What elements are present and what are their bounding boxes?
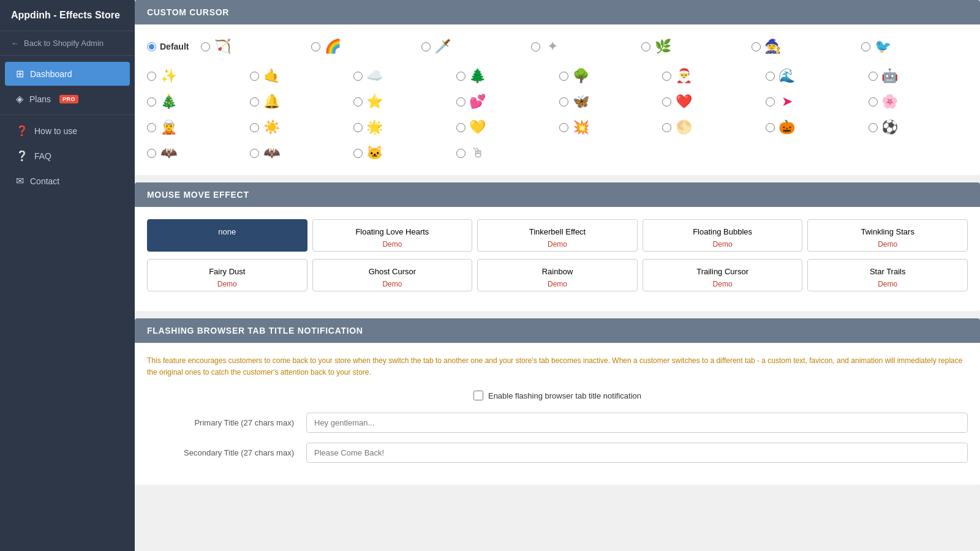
cursor-option[interactable]: ☁️ (353, 66, 453, 86)
cursor-radio[interactable] (250, 123, 259, 132)
cursor-radio[interactable] (456, 72, 466, 81)
sidebar-item-contact[interactable]: ✉ Contact (5, 169, 130, 193)
cursor-radio[interactable] (641, 42, 650, 51)
cursor-radio[interactable] (559, 123, 568, 132)
cursor-radio[interactable] (752, 42, 761, 51)
cursor-option[interactable]: 🌿 (641, 37, 748, 56)
cursor-radio[interactable] (869, 72, 878, 81)
cursor-radio[interactable] (662, 97, 671, 107)
cursor-radio[interactable] (353, 149, 363, 158)
effect-trailing-cursor-demo[interactable]: Demo (648, 280, 797, 288)
cursor-option[interactable]: 🧙 (752, 37, 858, 56)
cursor-radio[interactable] (250, 72, 259, 81)
cursor-radio[interactable] (421, 42, 431, 51)
cursor-option[interactable]: 🦋 (559, 92, 658, 111)
cursor-option[interactable]: ☀️ (250, 118, 349, 137)
cursor-radio[interactable] (456, 97, 466, 107)
sidebar-item-dashboard[interactable]: ⊞ Dashboard (5, 62, 130, 86)
cursor-option[interactable]: 🤖 (869, 66, 968, 86)
cursor-option[interactable]: 💥 (559, 118, 658, 137)
cursor-option[interactable]: 🌈 (311, 37, 418, 56)
effect-floating-love-hearts-demo[interactable]: Demo (318, 240, 467, 249)
cursor-option[interactable]: 🌕 (662, 118, 761, 137)
effect-ghost-cursor-demo[interactable]: Demo (318, 280, 467, 288)
cursor-option[interactable]: 🌲 (456, 66, 556, 86)
cursor-option[interactable]: ⭐ (353, 92, 453, 111)
cursor-option[interactable]: ❤️ (662, 92, 761, 111)
cursor-default-radio[interactable] (147, 42, 156, 51)
effect-tinkerbell-demo[interactable]: Demo (483, 240, 632, 249)
cursor-option[interactable]: 🖱 (456, 143, 556, 163)
cursor-radio[interactable] (311, 42, 320, 51)
flash-enable-label[interactable]: Enable flashing browser tab title notifi… (488, 391, 641, 400)
cursor-radio[interactable] (559, 72, 568, 81)
cursor-radio[interactable] (147, 149, 156, 158)
cursor-option[interactable]: 🧝 (147, 118, 246, 137)
effect-floating-love-hearts-button[interactable]: Floating Love Hearts Demo (312, 219, 473, 252)
effect-tinkerbell-button[interactable]: Tinkerbell Effect Demo (477, 219, 638, 252)
cursor-radio[interactable] (201, 42, 210, 51)
cursor-option[interactable]: 🗡️ (421, 37, 528, 56)
sidebar-item-faq[interactable]: ❔ FAQ (5, 144, 130, 168)
cursor-option[interactable]: 🎃 (766, 118, 865, 137)
cursor-radio[interactable] (861, 42, 870, 51)
secondary-title-input[interactable] (306, 443, 968, 463)
cursor-default-option[interactable]: Default (147, 42, 189, 51)
cursor-option[interactable]: 🎅 (662, 66, 761, 86)
cursor-option[interactable]: 🤙 (250, 66, 349, 86)
cursor-radio[interactable] (766, 123, 775, 132)
cursor-radio[interactable] (456, 149, 466, 158)
cursor-radio[interactable] (869, 123, 878, 132)
effect-none-button[interactable]: none (147, 219, 307, 252)
cursor-option[interactable]: 🌳 (559, 66, 658, 86)
effect-twinkling-stars-demo[interactable]: Demo (813, 240, 962, 249)
effect-ghost-cursor-button[interactable]: Ghost Cursor Demo (312, 259, 473, 291)
cursor-radio[interactable] (147, 72, 156, 81)
cursor-option[interactable]: 💛 (456, 118, 556, 137)
cursor-option[interactable]: 💕 (456, 92, 556, 111)
cursor-radio[interactable] (353, 123, 363, 132)
cursor-radio[interactable] (531, 42, 540, 51)
cursor-option[interactable]: 🏹 (201, 37, 307, 56)
cursor-radio[interactable] (766, 72, 775, 81)
effect-floating-bubbles-button[interactable]: Floating Bubbles Demo (643, 219, 803, 252)
cursor-option[interactable]: 🌟 (353, 118, 453, 137)
cursor-radio[interactable] (147, 123, 156, 132)
cursor-radio[interactable] (766, 97, 775, 107)
cursor-option[interactable]: 🎄 (147, 92, 246, 111)
effect-floating-bubbles-demo[interactable]: Demo (648, 240, 797, 249)
sidebar-item-how-to-use[interactable]: ❓ How to use (5, 119, 130, 143)
cursor-option[interactable]: 🌊 (766, 66, 865, 86)
primary-title-input[interactable] (306, 413, 968, 433)
cursor-option[interactable]: ✦ (531, 37, 638, 56)
flash-enable-checkbox[interactable] (473, 391, 483, 400)
effect-fairy-dust-button[interactable]: Fairy Dust Demo (147, 259, 307, 291)
cursor-radio[interactable] (559, 97, 568, 107)
sidebar-item-plans[interactable]: ◈ Plans PRO (5, 87, 130, 111)
cursor-radio[interactable] (353, 72, 363, 81)
cursor-option[interactable]: ⚽ (869, 118, 968, 137)
cursor-radio[interactable] (662, 72, 671, 81)
cursor-option[interactable]: 🌸 (869, 92, 968, 111)
cursor-option[interactable]: 🐱 (353, 143, 453, 163)
effect-twinkling-stars-button[interactable]: Twinkling Stars Demo (807, 219, 968, 252)
cursor-radio[interactable] (456, 123, 466, 132)
cursor-radio[interactable] (147, 97, 156, 107)
cursor-radio[interactable] (662, 123, 671, 132)
cursor-option[interactable]: ➤ (766, 92, 865, 111)
cursor-option[interactable]: 🦇 (250, 143, 349, 163)
effect-star-trails-demo[interactable]: Demo (813, 280, 962, 288)
effect-fairy-dust-demo[interactable]: Demo (153, 280, 302, 288)
cursor-option[interactable]: 🐦 (861, 37, 968, 56)
back-to-shopify-button[interactable]: ← Back to Shopify Admin (0, 31, 135, 56)
cursor-option[interactable]: 🦇 (147, 143, 246, 163)
cursor-option[interactable]: 🔔 (250, 92, 349, 111)
cursor-radio[interactable] (250, 149, 259, 158)
effect-star-trails-button[interactable]: Star Trails Demo (807, 259, 968, 291)
cursor-radio[interactable] (869, 97, 878, 107)
cursor-radio[interactable] (250, 97, 259, 107)
cursor-option[interactable]: ✨ (147, 66, 246, 86)
effect-rainbow-button[interactable]: Rainbow Demo (477, 259, 638, 291)
effect-rainbow-demo[interactable]: Demo (483, 280, 632, 288)
effect-trailing-cursor-button[interactable]: Trailing Cursor Demo (643, 259, 803, 291)
